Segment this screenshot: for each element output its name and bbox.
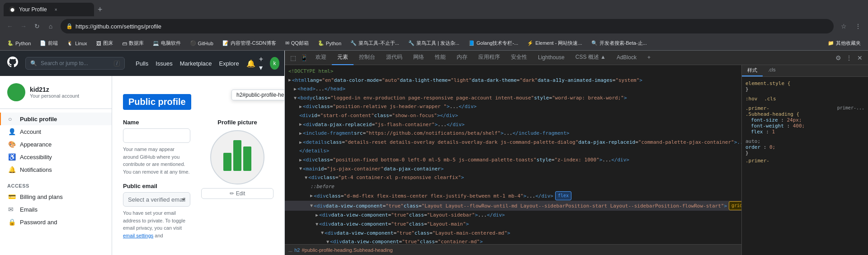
nav-pulls[interactable]: Pulls [136, 60, 148, 67]
expand-icon-head[interactable]: ▶ [294, 85, 297, 93]
devtools-tab-welcome[interactable]: 欢迎 [310, 51, 332, 65]
expand-icon-header[interactable]: ▶ [299, 103, 302, 110]
sidebar-label-appearance: Appearance [20, 141, 52, 148]
devtools-tab-security[interactable]: 安全性 [505, 51, 533, 65]
nav-explore[interactable]: Explore [219, 60, 239, 67]
bookmark-linux[interactable]: 🐧 Linux [63, 39, 90, 47]
bookmark-element[interactable]: ⚡ Element - 网站快速... [524, 39, 585, 47]
expand-icon-container[interactable]: ▼ [305, 174, 307, 181]
sidebar-item-public-profile[interactable]: ○ Public profile [0, 113, 112, 125]
user-avatar-button[interactable]: k [270, 57, 279, 70]
sidebar-item-billing[interactable]: 💳 Billing and plans [0, 190, 112, 203]
bookmark-qqmail[interactable]: ✉ QQ邮箱 [282, 39, 312, 47]
devtools-close-button[interactable]: ✕ [855, 53, 864, 62]
code-line-layout[interactable]: ▼ <div data-view-component="true" class=… [285, 201, 741, 211]
devtools-tab-memory[interactable]: 内存 [451, 51, 473, 65]
devtools-tab-elements[interactable]: 元素 [332, 51, 354, 65]
name-input[interactable] [123, 128, 190, 143]
expand-icon-main[interactable]: ▼ [299, 165, 302, 172]
sidebar-item-notifications[interactable]: 🔔 Notifications [0, 163, 112, 176]
new-tab-button[interactable]: + [94, 3, 106, 16]
bookmark-others[interactable]: 📁 其他收藏夹 [824, 39, 864, 47]
bookmark-tool1[interactable]: 🔧 菜鸟工具-不止于... [347, 39, 403, 47]
lock-icon: 🔒 [66, 23, 73, 29]
styles-tab-styles[interactable]: 样式 [742, 65, 763, 76]
devtools-tab-application[interactable]: 应用程序 [473, 51, 505, 65]
expand-icon[interactable]: ▶ [288, 76, 291, 84]
expand-icon-layout[interactable]: ▼ [310, 202, 313, 209]
bookmark-tool2[interactable]: 🔧 菜鸟工具 | 发达杂... [405, 39, 463, 47]
email-settings-link[interactable]: email settings [123, 233, 153, 238]
expand-icon-layout-sidebar[interactable]: ▶ [316, 212, 318, 219]
bookmark-csdn[interactable]: 📝 内容管理-CSDN博客 [219, 39, 280, 47]
refresh-button[interactable]: ↻ [31, 20, 43, 33]
devtools-tab-css[interactable]: CSS 概述 ▲ [570, 51, 611, 65]
sidebar-item-emails[interactable]: ✉ Emails [0, 203, 112, 216]
forward-button[interactable]: → [17, 20, 30, 33]
style-prop-fontweight: font-weight [751, 123, 784, 129]
code-line-before: ::before [285, 182, 741, 191]
devtools-tab-performance[interactable]: 性能 [429, 51, 451, 65]
expand-icon-flex[interactable]: ▶ [310, 192, 313, 199]
bookmark-devsearch[interactable]: 🔍 开发者搜索-Beta-止... [588, 39, 651, 47]
back-button[interactable]: ← [4, 20, 16, 33]
home-button[interactable]: ⌂ [44, 20, 57, 33]
bookmark-software[interactable]: 💻 电脑软件 [149, 39, 184, 47]
devtools-tab-lighthouse[interactable]: Lighthouse [533, 51, 570, 65]
nav-issues[interactable]: Issues [156, 60, 173, 67]
create-button[interactable]: + ▾ [259, 55, 266, 72]
expand-icon-flash[interactable]: ▶ [299, 121, 302, 128]
devtools-inspect-button[interactable]: ⬚ [288, 53, 297, 62]
devtools-device-button[interactable]: 📱 [299, 53, 308, 62]
sidebar-item-appearance[interactable]: 🎨 Appearance [0, 138, 112, 151]
sidebar-label-password: Password and [20, 219, 57, 226]
devtools-tab-add[interactable]: + [642, 51, 656, 65]
nav-marketplace[interactable]: Marketplace [180, 60, 212, 67]
code-line-details-close: </details> [285, 146, 741, 156]
bookmark-btn[interactable]: ☆ [837, 20, 850, 33]
sidebar-item-accessibility[interactable]: ♿ Accessibility [0, 151, 112, 163]
expand-icon-layout-main[interactable]: ▼ [316, 221, 318, 228]
devtools-settings-button[interactable]: ⚙ [834, 53, 843, 62]
edit-picture-button[interactable]: ✏ Edit [201, 188, 274, 199]
settings-btn[interactable]: ⋮ [852, 20, 864, 33]
expand-icon-toasts[interactable]: ▶ [299, 156, 302, 164]
bookmark-imagehost[interactable]: 🖼 图床 [93, 39, 117, 47]
bookmark-python2[interactable]: 🐍 Python [314, 39, 345, 47]
code-line-container: ▼ <div class="pt-4 container-xl p-respon… [285, 173, 741, 182]
avatar-bar-large-1 [223, 153, 231, 171]
expand-icon-details[interactable]: ▶ [299, 139, 302, 146]
devtools-tab-console[interactable]: 控制台 [354, 51, 381, 65]
edit-icon: ✏ [230, 190, 234, 197]
bookmark-golang[interactable]: 📘 Golang技术专栏-... [465, 39, 522, 47]
bookmark-db[interactable]: 🗃 数据库 [118, 39, 147, 47]
code-line-notifications: ▶ <include-fragment src="https://github.… [285, 129, 741, 138]
bookmark-python1[interactable]: 🐍 Python [4, 39, 34, 47]
user-display-name: kid21z [30, 86, 79, 93]
user-text: kid21z Your personal account [30, 86, 79, 99]
tab-close-button[interactable]: × [52, 6, 60, 13]
expand-icon-container-md[interactable]: ▼ [326, 238, 329, 244]
sidebar-item-account[interactable]: 👤 Account [0, 125, 112, 138]
expand-icon-notif[interactable]: ▶ [299, 130, 302, 137]
devtools-tab-network[interactable]: 网络 [408, 51, 429, 65]
avatar-bar-1 [11, 92, 14, 99]
active-tab[interactable]: ⬤ Your Profile × [4, 3, 94, 16]
bookmark-github[interactable]: ⚫ GitHub [186, 39, 217, 47]
github-logo[interactable] [7, 57, 18, 70]
devtools-tab-adblock[interactable]: AdBlock [611, 51, 642, 65]
tab-title: Your Profile [19, 6, 47, 13]
sidebar-item-password[interactable]: 🔒 Password and [0, 216, 112, 228]
expand-icon-centered[interactable]: ▼ [321, 229, 324, 236]
devtools-tab-sources[interactable]: 源代码 [381, 51, 408, 65]
bookmark-frontend[interactable]: 📄 前端 [36, 39, 61, 47]
github-search[interactable]: 🔍 Search or jump to... / [25, 57, 125, 70]
notification-button[interactable]: 🔔 [246, 59, 255, 68]
url-bar[interactable]: 🔒 https://github.com/settings/profile [61, 19, 834, 33]
devtools-dots-button[interactable]: ⋮ [844, 53, 854, 62]
elements-code-view: <!DOCTYPE html> ▶ <html lang="en" data-c… [285, 65, 741, 244]
email-select[interactable]: Select a verified email to display [123, 192, 190, 207]
main-content-area: 🔍 Search or jump to... / Pulls Issues Ma… [0, 51, 868, 255]
expand-icon-body[interactable]: ▼ [294, 94, 297, 102]
styles-tab-cls[interactable]: .cls [763, 65, 781, 76]
